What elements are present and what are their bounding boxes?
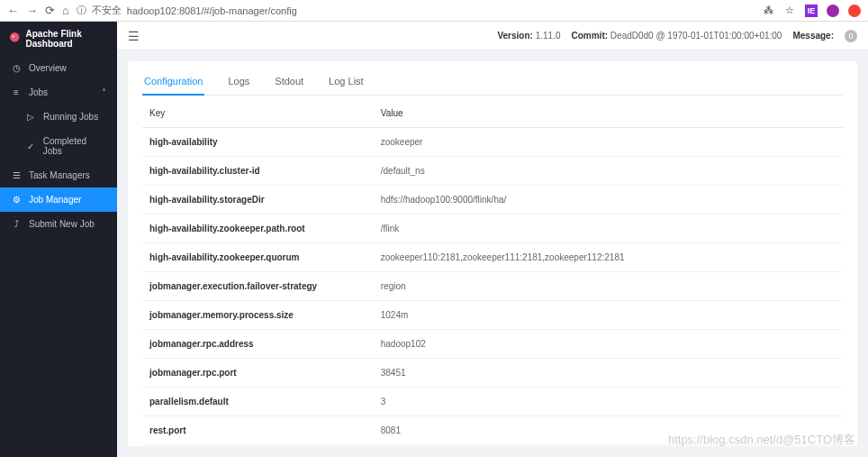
cell-value: /flink: [374, 215, 843, 243]
cell-key: jobmanager.rpc.port: [142, 359, 374, 388]
header-meta: Version: 1.11.0 Commit: DeadD0d0 @ 1970-…: [497, 30, 857, 42]
table-row: high-availability.zookeeper.path.root/fl…: [142, 215, 843, 243]
sidebar-item-submit-new-job[interactable]: ⤴ Submit New Job: [0, 212, 117, 236]
extension-icon[interactable]: IE: [805, 5, 818, 17]
cell-value: 38451: [374, 359, 843, 388]
tab-stdout[interactable]: Stdout: [273, 69, 305, 95]
cell-key: high-availability.storageDir: [142, 186, 374, 215]
cell-key: jobmanager.rpc.address: [142, 330, 374, 359]
sidebar-item-jobs[interactable]: ≡ Jobs ˄: [0, 80, 117, 105]
tabs: Configuration Logs Stdout Log List: [142, 61, 843, 96]
cell-key: high-availability: [142, 128, 374, 157]
svg-point-0: [10, 32, 19, 41]
table-row: parallelism.default3: [142, 388, 843, 416]
info-icon: ⓘ: [77, 4, 86, 17]
sidebar: Apache Flink Dashboard ◷ Overview ≡ Jobs…: [0, 22, 117, 457]
table-row: taskmanager.memory.process.size1024m: [142, 445, 843, 447]
cell-key: taskmanager.memory.process.size: [142, 445, 374, 447]
table-row: jobmanager.memory.process.size1024m: [142, 301, 843, 330]
bars-icon: ≡: [11, 87, 22, 97]
profile-icon[interactable]: [827, 5, 839, 17]
tab-configuration[interactable]: Configuration: [142, 69, 204, 96]
cell-value: zookeeper110:2181,zookeeper111:2181,zook…: [374, 243, 843, 272]
record-icon[interactable]: [848, 5, 861, 17]
tab-logs[interactable]: Logs: [226, 69, 251, 95]
browser-extensions: ⁂ ☆ IE: [762, 5, 861, 17]
build-icon: ⚙: [11, 195, 22, 205]
browser-toolbar: ← → ⟳ ⌂ ⓘ 不安全 hadoop102:8081/#/job-manag…: [0, 0, 868, 22]
cell-key: high-availability.cluster-id: [142, 157, 374, 186]
url-text: hadoop102:8081/#/job-manager/config: [127, 5, 297, 16]
flink-logo-icon: [9, 32, 20, 46]
cell-value: 3: [374, 388, 843, 416]
sidebar-item-job-manager[interactable]: ⚙ Job Manager: [0, 187, 117, 212]
cell-value: zookeeper: [374, 128, 843, 157]
svg-point-1: [13, 35, 14, 37]
table-row: jobmanager.rpc.port38451: [142, 359, 843, 388]
play-icon: ▷: [25, 112, 36, 122]
col-value[interactable]: Value: [374, 99, 843, 128]
menu-fold-icon[interactable]: ☰: [128, 29, 140, 43]
app-logo-title[interactable]: Apache Flink Dashboard: [0, 22, 117, 56]
cell-value: hadoop102: [374, 330, 843, 359]
table-row: high-availabilityzookeeper: [142, 128, 843, 157]
reload-icon[interactable]: ⟳: [45, 4, 55, 17]
cell-value: /default_ns: [374, 157, 843, 186]
sidebar-label: Jobs: [29, 87, 48, 97]
insecure-label: 不安全: [92, 4, 122, 17]
back-icon[interactable]: ←: [7, 4, 19, 17]
cell-value: 1024m: [374, 445, 843, 447]
check-icon: ✓: [25, 142, 36, 151]
cell-value: 8081: [374, 416, 843, 445]
dashboard-icon: ◷: [11, 63, 22, 73]
main-area: ☰ Version: 1.11.0 Commit: DeadD0d0 @ 197…: [117, 22, 868, 457]
sidebar-label: Completed Jobs: [43, 136, 106, 156]
sidebar-item-overview[interactable]: ◷ Overview: [0, 56, 117, 80]
sidebar-label: Overview: [29, 63, 67, 73]
translate-icon[interactable]: ⁂: [762, 5, 774, 17]
col-key[interactable]: Key: [142, 99, 374, 128]
app-title: Apache Flink Dashboard: [25, 29, 108, 49]
cell-key: high-availability.zookeeper.quorum: [142, 243, 374, 272]
address-bar[interactable]: ⓘ 不安全 hadoop102:8081/#/job-manager/confi…: [77, 4, 755, 17]
message-block: Message:: [792, 31, 834, 41]
sidebar-label: Job Manager: [29, 195, 81, 205]
sidebar-item-completed-jobs[interactable]: ✓ Completed Jobs: [0, 129, 117, 163]
version-block: Version: 1.11.0: [497, 31, 560, 41]
topbar: ☰ Version: 1.11.0 Commit: DeadD0d0 @ 197…: [117, 22, 868, 50]
sidebar-item-running-jobs[interactable]: ▷ Running Jobs: [0, 105, 117, 129]
cell-key: jobmanager.execution.failover-strategy: [142, 272, 374, 301]
table-row: high-availability.cluster-id/default_ns: [142, 157, 843, 186]
table-row: high-availability.zookeeper.quorumzookee…: [142, 243, 843, 272]
table-row: jobmanager.rpc.addresshadoop102: [142, 330, 843, 359]
table-row: jobmanager.execution.failover-strategyre…: [142, 272, 843, 301]
config-table: Key Value high-availabilityzookeeperhigh…: [142, 99, 843, 446]
cell-key: rest.port: [142, 416, 374, 445]
commit-block: Commit: DeadD0d0 @ 1970-01-01T01:00:00+0…: [572, 31, 782, 41]
sidebar-label: Task Managers: [29, 170, 90, 180]
home-icon[interactable]: ⌂: [62, 4, 69, 17]
cell-key: parallelism.default: [142, 388, 374, 416]
sidebar-label: Running Jobs: [43, 112, 98, 122]
cell-value: hdfs://hadoop100:9000/flink/ha/: [374, 186, 843, 215]
sidebar-item-task-managers[interactable]: ☰ Task Managers: [0, 163, 117, 187]
cell-key: jobmanager.memory.process.size: [142, 301, 374, 330]
content-card: Configuration Logs Stdout Log List Key V…: [128, 61, 857, 446]
forward-icon[interactable]: →: [26, 4, 38, 17]
chevron-up-icon: ˄: [102, 87, 106, 97]
cell-key: high-availability.zookeeper.path.root: [142, 215, 374, 243]
jobs-submenu: ▷ Running Jobs ✓ Completed Jobs: [0, 105, 117, 163]
table-row: high-availability.storageDirhdfs://hadoo…: [142, 186, 843, 215]
message-count-badge[interactable]: 0: [845, 30, 857, 42]
cell-value: region: [374, 272, 843, 301]
tab-log-list[interactable]: Log List: [327, 69, 366, 95]
star-icon[interactable]: ☆: [783, 5, 796, 17]
schedule-icon: ☰: [11, 170, 22, 180]
upload-icon: ⤴: [11, 219, 22, 229]
cell-value: 1024m: [374, 301, 843, 330]
sidebar-label: Submit New Job: [29, 219, 95, 229]
table-row: rest.port8081: [142, 416, 843, 445]
